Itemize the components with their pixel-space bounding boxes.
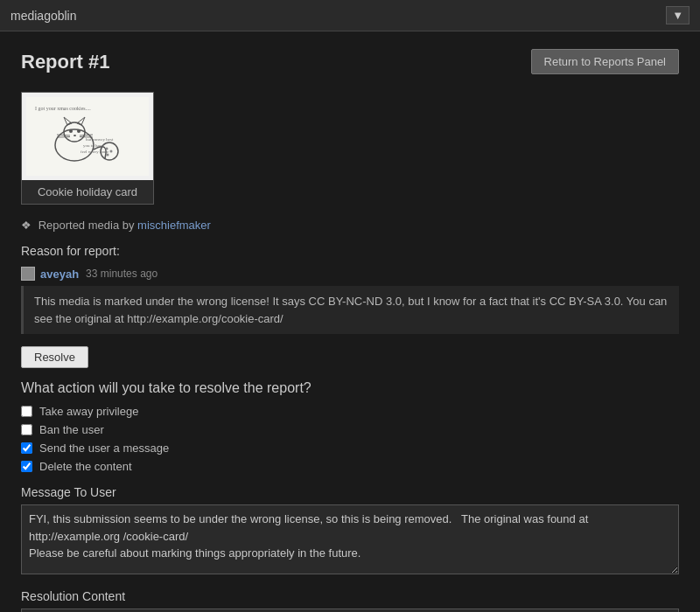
message-textarea[interactable] [21, 504, 679, 574]
navbar: mediagoblin ▼ [0, 0, 700, 31]
comment-time: 33 minutes ago [86, 268, 158, 280]
checkbox-cb-ban[interactable] [21, 424, 32, 435]
nav-dropdown-btn[interactable]: ▼ [666, 6, 690, 24]
nav-title: mediagoblin [10, 9, 77, 23]
comment-meta: aveyah 33 minutes ago [21, 267, 679, 281]
reporter-link[interactable]: mischiefmaker [137, 219, 211, 232]
media-svg: I got your xmas cookies.... but convey b… [26, 97, 149, 176]
checkbox-cb-delete[interactable] [21, 461, 32, 472]
svg-text:I got your xmas cookies....: I got your xmas cookies.... [35, 106, 91, 111]
message-section: Message To User [21, 485, 679, 577]
header-row: Report #1 Return to Reports Panel [21, 49, 679, 74]
commenter-name: aveyah [40, 268, 79, 281]
checkbox-label: Take away privilege [39, 405, 138, 418]
reported-by-prefix: Reported media by [38, 219, 137, 232]
comment-text: This media is marked under the wrong lic… [21, 286, 679, 334]
action-label: What action will you take to resolve the… [21, 380, 679, 396]
resolution-textarea[interactable] [21, 609, 679, 612]
checkbox-cb-takeaway[interactable] [21, 406, 32, 417]
checkbox-label: Ban the user [39, 423, 104, 436]
svg-text:you to have: you to have [83, 143, 104, 148]
checkbox-row: Take away privilege [21, 405, 679, 418]
main-content: Report #1 Return to Reports Panel [0, 31, 700, 612]
message-label: Message To User [21, 485, 679, 499]
resolution-label: Resolution Content [21, 589, 679, 603]
resolve-button[interactable]: Resolve [21, 346, 88, 368]
media-thumbnail-section: I got your xmas cookies.... but convey b… [21, 92, 154, 205]
return-to-reports-button[interactable]: Return to Reports Panel [531, 49, 679, 74]
checkboxes-container: Take away privilegeBan the userSend the … [21, 405, 679, 473]
checkbox-cb-sendmsg[interactable] [21, 442, 32, 454]
svg-point-5 [69, 129, 73, 133]
checkbox-label: Delete the content [39, 460, 132, 473]
reason-label: Reason for report: [21, 244, 679, 258]
report-title: Report #1 [21, 51, 109, 73]
reported-by: ❖ Reported media by mischiefmaker [21, 219, 679, 232]
media-image[interactable]: I got your xmas cookies.... but convey b… [22, 93, 153, 180]
svg-point-14 [110, 150, 113, 153]
svg-text:but convey best: but convey best [86, 137, 114, 142]
diamond-icon: ❖ [21, 219, 32, 232]
reason-section: Reason for report: aveyah 33 minutes ago… [21, 244, 679, 334]
media-caption: Cookie holiday card [22, 180, 153, 204]
comment-block: aveyah 33 minutes ago This media is mark… [21, 267, 679, 334]
checkbox-row: Send the user a message [21, 442, 679, 455]
svg-text:feel worry more: feel worry more [80, 150, 109, 154]
resolution-section: Resolution Content [21, 589, 679, 612]
checkbox-row: Ban the user [21, 423, 679, 436]
svg-point-7 [74, 135, 76, 136]
checkbox-label: Send the user a message [39, 442, 169, 455]
commenter-avatar [21, 267, 35, 281]
svg-line-9 [57, 137, 70, 138]
svg-point-6 [77, 129, 80, 133]
action-section: What action will you take to resolve the… [21, 380, 679, 473]
checkbox-row: Delete the content [21, 460, 679, 473]
